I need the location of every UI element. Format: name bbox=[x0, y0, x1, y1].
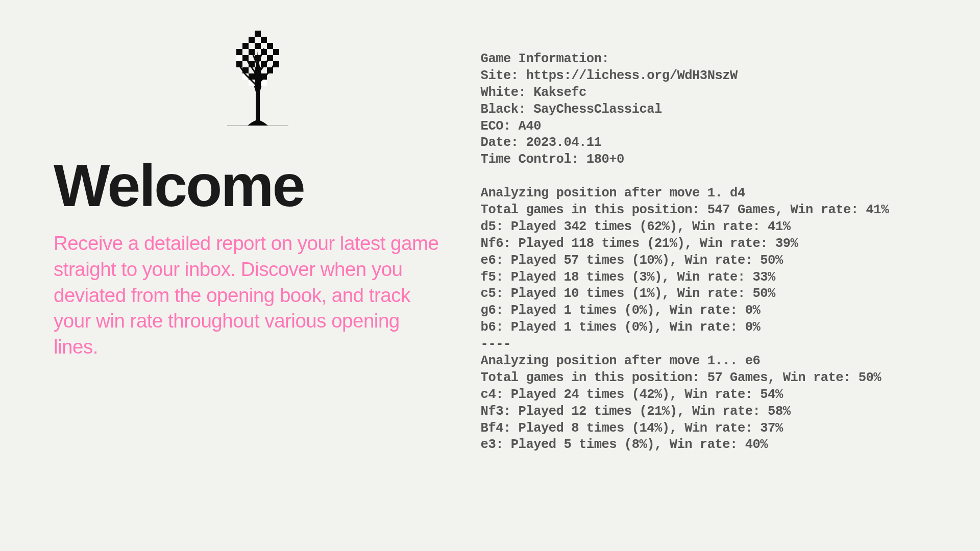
svg-rect-3 bbox=[261, 37, 267, 43]
game-report-text: Game Information: Site: https://lichess.… bbox=[481, 51, 960, 454]
svg-rect-12 bbox=[242, 55, 249, 61]
svg-rect-6 bbox=[267, 43, 273, 49]
intro-panel: Welcome Receive a detailed report on you… bbox=[0, 0, 471, 551]
page-title: Welcome bbox=[54, 156, 445, 215]
svg-rect-2 bbox=[249, 37, 255, 43]
logo-chess-tree-icon bbox=[227, 31, 445, 128]
svg-rect-11 bbox=[236, 55, 242, 61]
page-description: Receive a detailed report on your latest… bbox=[54, 231, 445, 360]
svg-rect-10 bbox=[273, 49, 279, 55]
report-panel: Game Information: Site: https://lichess.… bbox=[471, 0, 980, 551]
svg-rect-4 bbox=[242, 43, 249, 49]
svg-rect-15 bbox=[236, 61, 242, 67]
svg-rect-5 bbox=[255, 43, 261, 49]
svg-rect-1 bbox=[255, 31, 261, 37]
svg-rect-7 bbox=[236, 49, 242, 55]
